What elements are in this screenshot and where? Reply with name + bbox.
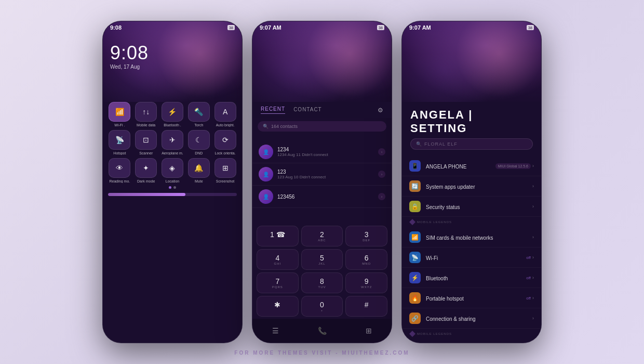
settings-panel: ANGELA | SETTING 🔍 FLORAL ELF 📱 ANGELA P… — [402, 102, 541, 343]
dial-star[interactable]: ✱ — [257, 296, 299, 317]
settings-item-sim[interactable]: 📶 SIM cards & mobile networks › — [402, 227, 541, 248]
toggle-mobile-data[interactable]: ↑↓ Mobile data — [135, 102, 158, 127]
toggle-dark-mode[interactable]: ✦ Dark mode — [135, 158, 158, 183]
tab-contact[interactable]: CONTACT — [293, 107, 322, 114]
toggle-reading-mode[interactable]: 👁 Reading mo. — [108, 158, 131, 183]
wifi-toggle-btn[interactable]: 📶 — [109, 102, 130, 122]
nav-menu-icon[interactable]: ☰ — [272, 327, 279, 335]
nav-dialpad-icon[interactable]: ⊞ — [366, 327, 372, 335]
bluetooth-settings-label: Bluetooth — [426, 276, 448, 281]
mute-btn[interactable]: 🔔 — [188, 158, 210, 178]
hotspot-settings-icon: 🔥 — [411, 295, 419, 302]
system-apps-right: › — [532, 184, 534, 189]
dark-mode-btn[interactable]: ✦ — [135, 158, 157, 178]
torch-btn[interactable]: 🔦 — [188, 102, 210, 122]
contact-item-1234[interactable]: 👤 1234 1234 Aug 11 Didn't connect › — [252, 141, 392, 163]
toggle-auto-brightness[interactable]: A Auto bright. — [213, 102, 237, 127]
settings-item-security[interactable]: 🔒 Security status › — [402, 197, 541, 217]
dial-num-1: 1 ☎ — [260, 230, 296, 239]
dial-2[interactable]: 2 ABC — [301, 226, 343, 246]
system-apps-label: System apps updater — [426, 184, 475, 190]
tab-recent[interactable]: RECENT — [261, 106, 285, 114]
toggle-location[interactable]: ◈ Location — [161, 158, 184, 183]
dial-letters-0: + — [304, 309, 340, 312]
brightness-slider[interactable] — [108, 193, 237, 196]
lock-orientation-label: Lock orienta. — [214, 151, 237, 155]
bluetooth-label: Bluetooth . — [161, 123, 184, 127]
toggle-screenshot[interactable]: ⊞ Screenshot — [213, 158, 237, 183]
dnd-btn[interactable]: ☾ — [188, 130, 210, 150]
dial-8[interactable]: 8 TUV — [301, 272, 343, 293]
settings-gear-icon[interactable]: ⚙ — [378, 107, 383, 114]
auto-brightness-label: Auto bright. — [214, 123, 237, 127]
sim-icon-box: 📶 — [409, 231, 421, 243]
scanner-btn[interactable]: ⊡ — [135, 130, 157, 150]
dial-6[interactable]: 6 MNO — [345, 249, 387, 270]
sim-chevron: › — [532, 235, 534, 240]
toggle-mute[interactable]: 🔔 Mute — [187, 158, 210, 183]
toggle-dnd[interactable]: ☾ DND — [187, 130, 210, 155]
settings-item-connection[interactable]: 🔗 Connection & sharing › — [402, 308, 541, 329]
contact-chevron-2[interactable]: › — [378, 171, 385, 178]
contact-chevron-1[interactable]: › — [378, 148, 385, 155]
contact-avatar-1: 👤 — [259, 145, 273, 159]
bluetooth-btn[interactable]: ⚡ — [162, 102, 183, 122]
dial-letters-3: DEF — [348, 239, 384, 242]
bluetooth-icon: ⚡ — [168, 108, 177, 116]
dial-hash[interactable]: # — [345, 296, 387, 317]
status-time-2: 9:07 AM — [260, 24, 281, 31]
dial-0[interactable]: 0 + — [301, 296, 343, 317]
contact-item-123456[interactable]: 👤 123456 › — [252, 186, 392, 208]
location-btn[interactable]: ◈ — [162, 158, 183, 178]
ml-logo-1: MOBILE LEGENDS — [409, 219, 534, 225]
dial-9[interactable]: 9 WXYZ — [345, 272, 387, 293]
hotspot-icon-box-settings: 🔥 — [409, 292, 421, 304]
settings-search-text: FLORAL ELF — [424, 141, 458, 147]
mobile-data-icon: ↑↓ — [142, 108, 150, 116]
toggle-bluetooth[interactable]: ⚡ Bluetooth . — [161, 102, 184, 127]
dial-3[interactable]: 3 DEF — [345, 226, 387, 246]
settings-item-hotspot[interactable]: 🔥 Portable hotspot off › — [402, 288, 541, 308]
toggle-hotspot[interactable]: 📡 Hotspot — [108, 130, 131, 155]
screenshot-label: Screenshot — [214, 179, 237, 183]
mobile-data-btn[interactable]: ↑↓ — [135, 102, 157, 122]
nav-phone-icon[interactable]: 📞 — [318, 327, 327, 335]
toggle-scanner[interactable]: ⊡ Scanner — [135, 130, 158, 155]
wifi-settings-label: Wi-Fi — [426, 255, 438, 261]
auto-brightness-btn[interactable]: A — [214, 102, 236, 122]
toggle-wifi[interactable]: 📶 Wi-Fi . — [108, 102, 131, 127]
toggle-torch[interactable]: 🔦 Torch — [187, 102, 210, 127]
dial-5[interactable]: 5 JKL — [301, 249, 343, 270]
status-bar-1: 9:08 38 — [103, 21, 242, 34]
hotspot-settings-right: off › — [526, 295, 534, 301]
dial-letters-8: TUV — [304, 285, 340, 289]
dial-7[interactable]: 7 PQRS — [257, 272, 299, 293]
dial-num-0: 0 — [304, 301, 340, 309]
aeroplane-btn[interactable]: ✈ — [162, 130, 183, 150]
toggle-lock-orientation[interactable]: ⟳ Lock orienta. — [213, 130, 237, 155]
screenshot-icon: ⊞ — [222, 164, 229, 172]
hotspot-btn[interactable]: 📡 — [109, 130, 130, 150]
settings-item-lock-screen[interactable]: 🎭 Lock screen › — [402, 339, 541, 343]
dial-num-7: 7 — [260, 277, 296, 285]
lock-orientation-btn[interactable]: ⟳ — [214, 130, 236, 150]
contact-chevron-3[interactable]: › — [378, 193, 385, 200]
screenshot-btn[interactable]: ⊞ — [214, 158, 236, 178]
dial-4[interactable]: 4 GHI — [257, 249, 299, 270]
toggle-aeroplane[interactable]: ✈ Aeroplane m. — [161, 130, 184, 155]
reading-mode-btn[interactable]: 👁 — [109, 158, 130, 178]
settings-item-bluetooth[interactable]: ⚡ Bluetooth off › — [402, 268, 541, 288]
settings-search-bar[interactable]: 🔍 FLORAL ELF — [410, 138, 533, 150]
contact-search-bar[interactable]: 🔍 164 contacts — [258, 121, 386, 132]
dnd-icon: ☾ — [195, 136, 202, 144]
settings-item-wifi[interactable]: 📡 Wi-Fi off › — [402, 248, 541, 268]
settings-item-angela-phone[interactable]: 📱 ANGELA PHONE MIUI Global 12.5.6 › — [402, 156, 541, 176]
hotspot-label: Hotspot — [108, 151, 131, 155]
settings-item-system-apps[interactable]: 🔄 System apps updater › — [402, 176, 541, 197]
wifi-settings-icon: 📡 — [411, 254, 419, 261]
scanner-icon: ⊡ — [143, 136, 149, 144]
dial-1[interactable]: 1 ☎ — [257, 226, 299, 246]
dark-mode-icon: ✦ — [143, 164, 149, 172]
page-dots — [108, 186, 237, 189]
contact-item-123[interactable]: 👤 123 123 Aug 10 Didn't connect › — [252, 163, 392, 186]
